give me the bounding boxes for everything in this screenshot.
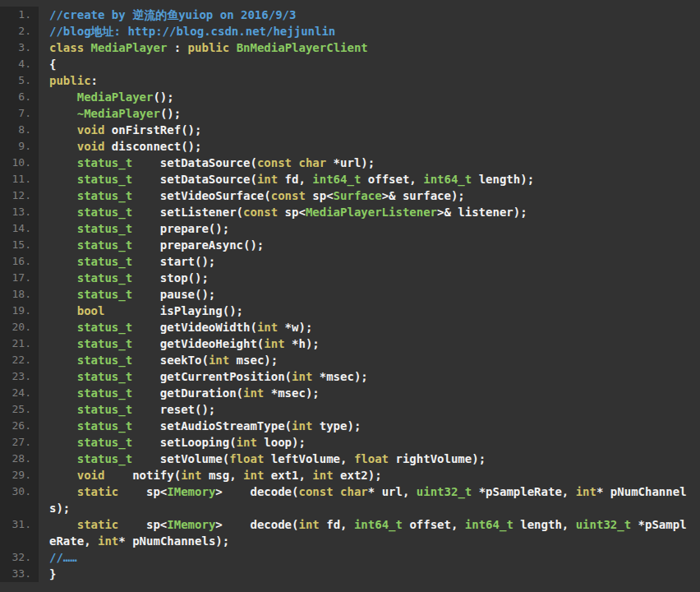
code-text: status_t setDataSource(int fd, int64_t o… [39, 171, 700, 187]
code-token-plain: *h); [285, 337, 320, 350]
line-number: 18. [0, 286, 39, 303]
code-token-keyword: static [77, 485, 119, 498]
code-text: status_t getDuration(int *msec); [39, 385, 700, 401]
code-token-plain [49, 271, 77, 284]
code-token-type: MediaPlayer [91, 41, 168, 54]
code-token-plain [49, 485, 77, 498]
line-number: 26. [0, 418, 39, 434]
code-token-plain: sp< [118, 518, 167, 531]
code-token-keyword: int [243, 386, 264, 400]
code-text: class MediaPlayer : public BnMediaPlayer… [39, 39, 700, 56]
code-token-plain: seekTo( [132, 354, 209, 367]
code-token-plain [229, 41, 236, 54]
code-text: static sp<IMemory> decode(const char* ur… [39, 483, 700, 500]
code-line: 19. bool isPlaying(); [0, 303, 700, 319]
code-line: 24. status_t getDuration(int *msec); [0, 385, 700, 401]
line-number: 33. [0, 566, 39, 582]
code-line: 18. status_t pause(); [0, 286, 700, 303]
code-token-type: status_t [77, 288, 132, 301]
code-token-plain: msec); [229, 354, 278, 367]
code-token-type: int64_t [465, 518, 513, 531]
code-text: MediaPlayer(); [39, 89, 700, 105]
code-token-keyword: char [340, 485, 368, 498]
code-token-plain [49, 189, 77, 202]
code-text: //blog地址: http://blog.csdn.net/hejjunlin [39, 23, 700, 39]
line-number: 21. [0, 335, 39, 352]
code-line: 31. static sp<IMemory> decode(int fd, in… [0, 516, 700, 533]
code-token-plain: disconnect(); [104, 140, 201, 153]
code-line: 27. status_t setLooping(int loop); [0, 434, 700, 451]
code-token-plain [334, 485, 340, 498]
code-token-plain: *pSampleRate, [472, 485, 575, 498]
code-token-plain: setVideoSurface( [132, 189, 271, 202]
code-line: 22. status_t seekTo(int msec); [0, 352, 700, 368]
code-token-plain: fd, [278, 173, 312, 186]
code-token-keyword: int [257, 173, 278, 186]
code-token-type: status_t [77, 354, 132, 367]
line-number: 28. [0, 451, 39, 467]
line-number: 13. [0, 204, 39, 220]
code-token-plain: setDataSource( [132, 156, 257, 169]
code-token-type: status_t [77, 238, 132, 252]
code-token-plain: : [167, 41, 187, 54]
code-token-keyword: float [354, 452, 389, 465]
code-token-plain: prepareAsync(); [132, 238, 264, 252]
code-token-type: uint32_t [417, 485, 472, 498]
code-token-plain: (); [160, 107, 181, 120]
code-line: s); [0, 500, 700, 516]
code-token-plain [49, 255, 77, 268]
code-token-plain: getDuration( [132, 386, 243, 400]
line-number: 3. [0, 39, 39, 56]
code-text: eRate, int* pNumChannels); [39, 533, 700, 549]
code-token-plain [49, 206, 77, 219]
code-token-plain: offset, [361, 173, 423, 186]
code-token-plain [49, 354, 77, 367]
code-token-plain: getVideoHeight( [132, 337, 264, 350]
code-text: ~MediaPlayer(); [39, 105, 700, 122]
code-token-plain: >& surface); [382, 189, 465, 202]
code-text: void disconnect(); [39, 138, 700, 155]
line-number: 5. [0, 72, 39, 89]
code-token-plain [49, 173, 77, 186]
code-token-plain: > decode( [215, 518, 298, 531]
code-token-plain [49, 403, 77, 416]
line-number: 9. [0, 138, 39, 155]
code-token-plain [49, 107, 77, 120]
code-line: 2.//blog地址: http://blog.csdn.net/hejjunl… [0, 23, 700, 39]
code-line: 25. status_t reset(); [0, 401, 700, 418]
code-text: s); [39, 500, 700, 516]
code-token-plain: stop(); [132, 271, 209, 284]
code-token-type: status_t [77, 386, 132, 400]
code-rows[interactable]: 1.//create by 逆流的鱼yuiop on 2016/9/32.//b… [0, 7, 700, 582]
code-line: 20. status_t getVideoWidth(int *w); [0, 319, 700, 335]
line-number: 10. [0, 155, 39, 171]
code-token-keyword: int [181, 469, 201, 482]
code-token-type: IMemory [167, 485, 215, 498]
code-token-plain: offset, [403, 518, 465, 531]
line-number: 30. [0, 483, 39, 500]
code-text: status_t setVideoSurface(const sp<Surfac… [39, 187, 700, 204]
code-token-plain [49, 518, 77, 531]
line-number [0, 533, 39, 549]
code-token-plain: msg, [201, 469, 243, 482]
code-token-plain: isPlaying(); [104, 304, 243, 317]
code-token-plain: *msec); [264, 386, 319, 400]
code-text: static sp<IMemory> decode(int fd, int64_… [39, 516, 700, 533]
code-token-plain: * pNumChannel [596, 485, 687, 498]
line-number [0, 500, 39, 516]
code-line: 16. status_t start(); [0, 253, 700, 270]
code-token-plain: *pSampl [631, 518, 686, 531]
code-text: } [39, 566, 700, 582]
code-token-type: status_t [77, 206, 132, 219]
code-token-type: status_t [77, 403, 132, 416]
code-line: 12. status_t setVideoSurface(const sp<Su… [0, 187, 700, 204]
code-line: 6. MediaPlayer(); [0, 89, 700, 105]
code-line: 9. void disconnect(); [0, 138, 700, 155]
code-line: 7. ~MediaPlayer(); [0, 105, 700, 122]
code-token-plain: (); [153, 90, 173, 104]
code-text: status_t getCurrentPosition(int *msec); [39, 368, 700, 385]
code-token-plain: ext1, [264, 469, 312, 482]
line-number: 11. [0, 171, 39, 187]
code-token-type: status_t [77, 271, 132, 284]
code-token-type: IMemory [167, 518, 215, 531]
